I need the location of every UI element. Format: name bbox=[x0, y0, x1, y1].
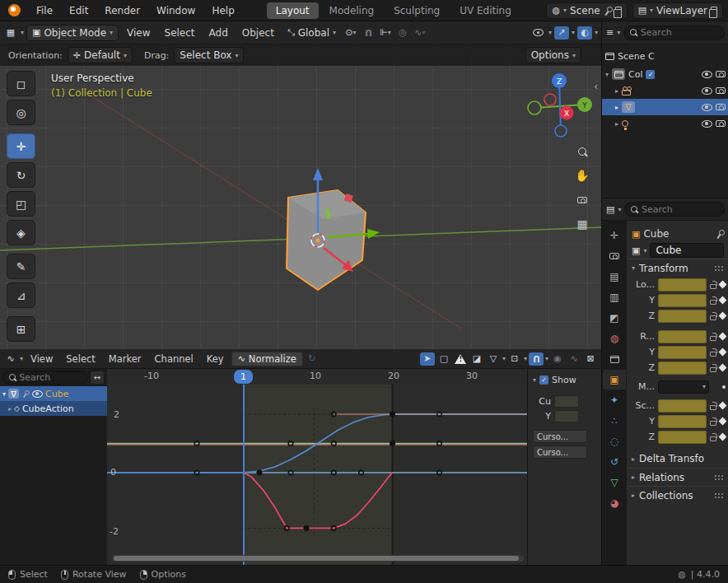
cursor-x-field[interactable] bbox=[554, 395, 579, 408]
chevron-right-icon[interactable]: ▸ bbox=[615, 104, 618, 111]
tab-modifiers-icon[interactable]: ✦ bbox=[603, 390, 626, 410]
location-z-field[interactable] bbox=[658, 310, 707, 323]
show-hidden-icon[interactable]: ▢ bbox=[436, 352, 451, 366]
lock-icon[interactable] bbox=[710, 367, 716, 372]
tab-output-icon[interactable]: ▤ bbox=[603, 267, 626, 287]
lock-icon[interactable] bbox=[710, 421, 716, 426]
channel-search-input[interactable] bbox=[19, 372, 82, 383]
menu-view[interactable]: View bbox=[121, 25, 156, 41]
menu-file[interactable]: File bbox=[29, 2, 60, 19]
chevron-right-icon[interactable]: ▸ bbox=[8, 405, 12, 413]
tab-layout[interactable]: Layout bbox=[267, 2, 319, 19]
tab-scene-icon[interactable]: ◩ bbox=[603, 308, 626, 328]
rotation-x-field[interactable] bbox=[658, 330, 707, 343]
lock-icon[interactable] bbox=[710, 284, 716, 289]
proportional-editing-toggle[interactable]: ◎ bbox=[395, 26, 410, 40]
rotation-mode-dropdown[interactable]: ▾ bbox=[658, 380, 709, 394]
expand-collapse-icon[interactable]: ↔ bbox=[90, 371, 105, 385]
lock-icon[interactable] bbox=[710, 315, 716, 320]
zoom-region-icon[interactable]: ◪ bbox=[469, 352, 484, 366]
outliner-editor-icon[interactable]: ≡ bbox=[606, 27, 614, 38]
pin-icon[interactable] bbox=[604, 6, 612, 16]
collection-checkbox[interactable]: ✓ bbox=[646, 70, 655, 79]
tab-world-icon[interactable]: ◍ bbox=[603, 329, 626, 348]
pivot-dropdown-icon[interactable]: ⊡ bbox=[507, 352, 522, 366]
tool-select-box[interactable]: ◻ bbox=[7, 71, 35, 96]
menu-help[interactable]: Help bbox=[204, 2, 241, 19]
chevron-right-icon[interactable]: ▸ bbox=[615, 87, 618, 95]
rotation-z-field[interactable] bbox=[658, 361, 707, 375]
visibility-eye-icon[interactable] bbox=[32, 390, 43, 398]
tab-object-icon[interactable]: ▣ bbox=[603, 370, 626, 389]
snap-target-dropdown[interactable]: ⊩▾ bbox=[378, 26, 393, 40]
menu-object[interactable]: Object bbox=[236, 25, 280, 41]
tab-tool-icon[interactable]: ✛ bbox=[603, 226, 626, 245]
channel-row-cube[interactable]: ▾ ∇ Cube bbox=[0, 386, 107, 401]
tab-constraints-icon[interactable]: ↺ bbox=[603, 452, 626, 472]
pivot-point-dropdown[interactable]: ⊙▾ bbox=[343, 26, 358, 40]
snap-magnet-icon[interactable]: U bbox=[529, 352, 544, 366]
collections-panel[interactable]: ▸ Collections bbox=[627, 486, 728, 504]
orientation-selector[interactable]: ⤡ Global ▾ bbox=[282, 25, 341, 41]
panel-grip-icon[interactable] bbox=[714, 474, 724, 481]
lock-icon[interactable] bbox=[710, 336, 716, 341]
perspective-toggle-icon[interactable]: ▦ bbox=[573, 215, 591, 233]
object-name-field[interactable]: Cube bbox=[650, 243, 724, 258]
tab-sculpting[interactable]: Sculpting bbox=[385, 2, 449, 19]
animate-dot-icon[interactable] bbox=[722, 385, 726, 389]
keyframe-diamond-icon[interactable] bbox=[719, 433, 727, 441]
zoom-icon[interactable] bbox=[573, 142, 591, 161]
lock-icon[interactable] bbox=[710, 300, 716, 305]
drag-mode-dropdown[interactable]: Select Box ▾ bbox=[174, 47, 244, 63]
menu-add[interactable]: Add bbox=[203, 25, 234, 41]
visibility-dropdown[interactable] bbox=[531, 26, 546, 40]
tab-modeling[interactable]: Modeling bbox=[320, 2, 384, 19]
tool-annotate[interactable]: ✎ bbox=[7, 254, 35, 279]
current-frame-badge[interactable]: 1 bbox=[234, 370, 253, 384]
sidebar-collapse-arrow[interactable]: ‹ bbox=[594, 81, 598, 92]
outliner-row-collection[interactable]: ▾ Col ✓ bbox=[602, 66, 728, 82]
keyframe-diamond-icon[interactable] bbox=[719, 417, 727, 426]
properties-search[interactable] bbox=[624, 202, 725, 217]
filter-funnel-icon[interactable]: ▽ bbox=[486, 352, 501, 366]
viewport-3d[interactable]: ▦ ▾ ▣ Object Mode ▾ View Select Add Obje… bbox=[0, 21, 601, 349]
tool-transform[interactable]: ◈ bbox=[7, 220, 35, 245]
pin-icon[interactable] bbox=[716, 229, 724, 239]
keyframe-diamond-icon[interactable] bbox=[719, 348, 727, 357]
proportional-editing-icon[interactable]: ◉ bbox=[550, 352, 565, 366]
disable-render-camera-icon[interactable] bbox=[716, 71, 726, 77]
hide-viewport-eye-icon[interactable] bbox=[702, 120, 712, 128]
pin-icon[interactable] bbox=[22, 389, 29, 398]
tool-cursor[interactable]: ◎ bbox=[7, 100, 35, 125]
auto-normalize-refresh-icon[interactable]: ↻ bbox=[305, 352, 320, 366]
navigation-gizmo[interactable]: Z Y X bbox=[528, 73, 592, 137]
tool-add-cube[interactable]: ⊞ bbox=[7, 316, 35, 342]
tool-rotate[interactable]: ↻ bbox=[7, 162, 35, 188]
keyframe-diamond-icon[interactable] bbox=[719, 364, 727, 372]
outliner-row-camera[interactable]: ▸ bbox=[602, 82, 728, 99]
disable-render-camera-icon[interactable] bbox=[716, 104, 726, 110]
panel-grip-icon[interactable] bbox=[714, 265, 724, 272]
relations-panel[interactable]: ▸ Relations bbox=[627, 468, 728, 486]
tab-object-data-icon[interactable]: ▽ bbox=[603, 473, 626, 492]
snap-magnet-toggle[interactable]: U bbox=[361, 26, 376, 40]
overlays-dropdown[interactable]: ◐ bbox=[577, 26, 592, 40]
menu-edit[interactable]: Edit bbox=[62, 2, 96, 19]
menu-channel[interactable]: Channel bbox=[149, 352, 199, 366]
outliner-row-scene-collection[interactable]: Scene C bbox=[602, 48, 728, 64]
menu-select[interactable]: Select bbox=[159, 25, 201, 41]
tab-physics-icon[interactable]: ◌ bbox=[603, 431, 626, 451]
properties-editor-icon[interactable]: ▤ bbox=[606, 204, 614, 215]
fcurve-canvas[interactable] bbox=[107, 385, 527, 565]
timeline-ruler[interactable]: -10 10 20 30 bbox=[107, 369, 527, 385]
location-x-field[interactable] bbox=[658, 278, 707, 292]
chevron-down-icon[interactable]: ▾ bbox=[2, 390, 6, 398]
tab-uv-editing[interactable]: UV Editing bbox=[450, 2, 520, 19]
show-checkbox[interactable]: ✓ bbox=[539, 375, 548, 385]
options-dropdown[interactable]: Options ▾ bbox=[525, 47, 581, 63]
normalize-toggle[interactable]: ∿ Normalize bbox=[231, 352, 303, 366]
delta-transform-panel[interactable]: ▸ Delta Transfo bbox=[627, 450, 728, 468]
breadcrumb-object-name[interactable]: Cube bbox=[643, 228, 669, 240]
transform-panel-header[interactable]: ▾ Transform bbox=[627, 259, 728, 277]
rotation-y-field[interactable] bbox=[658, 346, 707, 359]
